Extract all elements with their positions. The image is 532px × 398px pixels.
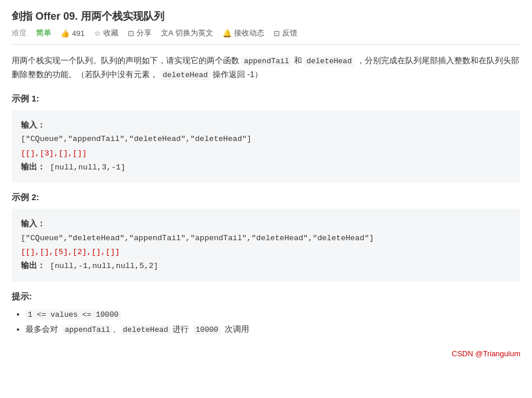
example2-input-label: 输入： bbox=[21, 217, 511, 231]
like-icon: 👍 bbox=[60, 29, 70, 38]
translate-icon: 文A bbox=[161, 28, 174, 38]
example2-input-line2: [[],[],[5],[2],[],[]] bbox=[21, 245, 511, 259]
example1-output: 输出： [null,null,3,-1] bbox=[21, 161, 511, 175]
toolbar: 难度 简单 👍 491 ☆ 收藏 ⊡ 分享 文A 切换为英文 🔔 接收动态 ⊡ … bbox=[12, 28, 520, 45]
difficulty-value[interactable]: 简单 bbox=[36, 28, 51, 38]
example1-output-value: [null,null,3,-1] bbox=[50, 163, 125, 172]
footer-brand: CSDN @Triangulum bbox=[12, 349, 520, 358]
example1-input-label: 输入： bbox=[21, 118, 511, 132]
like-count: 491 bbox=[72, 29, 85, 38]
share-label: 分享 bbox=[136, 28, 152, 38]
example1-input-line2: [[],[3],[],[]] bbox=[21, 147, 511, 161]
example1-title: 示例 1: bbox=[12, 93, 520, 104]
share-icon: ⊡ bbox=[128, 29, 134, 38]
example2-title: 示例 2: bbox=[12, 192, 520, 203]
example1-block: 输入： ["CQueue","appendTail","deleteHead",… bbox=[12, 110, 520, 183]
example2-input-line1: ["CQueue","deleteHead","appendTail","app… bbox=[21, 231, 511, 245]
collect-icon: ☆ bbox=[94, 29, 101, 38]
feedback-button[interactable]: ⊡ 反馈 bbox=[274, 28, 297, 38]
notify-button[interactable]: 🔔 接收动态 bbox=[222, 28, 264, 38]
example1-input-line1: ["CQueue","appendTail","deleteHead","del… bbox=[21, 132, 511, 146]
share-button[interactable]: ⊡ 分享 bbox=[128, 28, 152, 38]
hints-title: 提示: bbox=[12, 291, 520, 302]
difficulty-label: 难度 bbox=[12, 28, 27, 38]
example2-output: 输出： [null,-1,null,null,5,2] bbox=[21, 259, 511, 273]
hints-list: 1 <= values <= 10000 最多会对 appendTail、del… bbox=[12, 307, 520, 338]
example2-output-label: 输出： bbox=[21, 262, 45, 270]
notify-label: 接收动态 bbox=[234, 28, 264, 38]
hint-item-2: 最多会对 appendTail、deleteHead 进行 10000 次调用 bbox=[26, 322, 520, 338]
collect-label: 收藏 bbox=[103, 28, 118, 38]
example1-output-label: 输出： bbox=[21, 163, 45, 172]
page-title: 剑指 Offer 09. 用两个栈实现队列 bbox=[12, 9, 520, 23]
notify-icon: 🔔 bbox=[222, 29, 232, 38]
problem-description: 用两个栈实现一个队列。队列的声明如下，请实现它的两个函数 appendTail … bbox=[12, 54, 520, 82]
like-button[interactable]: 👍 491 bbox=[60, 29, 85, 38]
example2-block: 输入： ["CQueue","deleteHead","appendTail",… bbox=[12, 209, 520, 281]
collect-button[interactable]: ☆ 收藏 bbox=[94, 28, 118, 38]
translate-label: 切换为英文 bbox=[175, 28, 213, 38]
feedback-icon: ⊡ bbox=[274, 29, 280, 38]
translate-button[interactable]: 文A 切换为英文 bbox=[161, 28, 214, 38]
feedback-label: 反馈 bbox=[282, 28, 297, 38]
hint-item-1: 1 <= values <= 10000 bbox=[26, 307, 520, 323]
example2-output-value: [null,-1,null,null,5,2] bbox=[50, 262, 158, 270]
hints-section: 提示: 1 <= values <= 10000 最多会对 appendTail… bbox=[12, 291, 520, 338]
